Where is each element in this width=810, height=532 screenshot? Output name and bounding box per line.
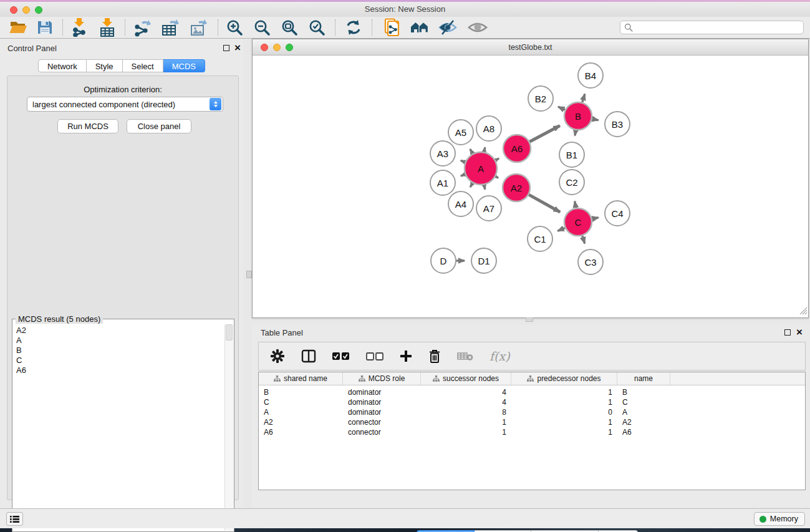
graph-node-B4[interactable]: B4	[578, 63, 603, 88]
export-image-icon[interactable]	[190, 18, 208, 37]
zoom-window-button[interactable]	[35, 6, 42, 14]
float-panel-icon[interactable]	[223, 45, 229, 51]
graph-node-A8[interactable]: A8	[476, 116, 501, 141]
add-column-icon[interactable]	[400, 350, 412, 362]
graph-edge-A-A1[interactable]	[461, 175, 465, 177]
network-window-titlebar[interactable]: testGlobe.txt	[253, 39, 808, 56]
save-session-icon[interactable]	[37, 18, 53, 37]
zoom-fit-icon[interactable]	[281, 18, 298, 37]
graph-node-A2[interactable]: A2	[503, 174, 530, 201]
hide-details-icon[interactable]	[438, 18, 457, 37]
table-row[interactable]: A2connector11A2	[259, 417, 805, 427]
zoom-selected-icon[interactable]	[309, 18, 325, 37]
home-icon[interactable]	[410, 18, 429, 37]
graph-node-A3[interactable]: A3	[430, 141, 455, 166]
graph-node-D[interactable]: D	[431, 248, 456, 273]
column-header-MCDS-role[interactable]: MCDS role	[343, 372, 421, 385]
network-canvas[interactable]: AA1A2A3A4A5A6A7A8BB1B2B3B4CC1C2C3C4DD1	[253, 56, 808, 317]
table-row[interactable]: Cdominator41C	[259, 397, 805, 407]
graph-node-B3[interactable]: B3	[605, 112, 630, 137]
column-header-predecessor-nodes[interactable]: predecessor nodes	[511, 372, 617, 385]
column-visibility-icon[interactable]	[301, 349, 316, 363]
table-row[interactable]: Bdominator41B	[259, 387, 805, 397]
tab-select[interactable]: Select	[123, 59, 163, 72]
graph-edge-A2-C[interactable]	[529, 195, 560, 212]
open-session-icon[interactable]	[9, 18, 27, 37]
graph-node-C1[interactable]: C1	[528, 226, 552, 251]
graph-node-D1[interactable]: D1	[471, 248, 496, 273]
zoom-in-icon[interactable]	[226, 18, 243, 37]
tab-network[interactable]: Network	[38, 59, 87, 72]
export-network-icon[interactable]	[133, 18, 152, 37]
refresh-icon[interactable]	[345, 18, 362, 37]
export-table-icon[interactable]	[162, 18, 180, 37]
minimize-window-button[interactable]	[22, 6, 30, 14]
graph-node-C[interactable]: C	[564, 208, 592, 236]
deselect-all-icon[interactable]	[366, 352, 383, 360]
graph-edge-A6-B[interactable]	[529, 125, 560, 142]
graph-edge-B-B3[interactable]	[592, 119, 599, 120]
optimization-criterion-dropdown[interactable]: largest connected component (directed)	[27, 97, 223, 112]
graph-node-A1[interactable]: A1	[430, 170, 455, 195]
memory-button[interactable]: Memory	[754, 512, 805, 526]
network-close-button[interactable]	[261, 44, 268, 51]
new-network-from-selection-icon[interactable]	[383, 18, 401, 37]
close-panel-icon[interactable]: ×	[234, 45, 241, 51]
horizontal-splitter-handle[interactable]	[526, 317, 533, 322]
graph-node-C4[interactable]: C4	[605, 201, 630, 226]
graph-edge-B-B1[interactable]	[575, 130, 576, 136]
column-header-name[interactable]: name	[617, 372, 670, 385]
table-float-panel-icon[interactable]	[784, 329, 791, 336]
network-zoom-button[interactable]	[286, 44, 293, 51]
mcds-result-item[interactable]: A6	[16, 365, 221, 375]
column-header-successor-nodes[interactable]: successor nodes	[421, 372, 511, 385]
column-header-shared-name[interactable]: shared name	[259, 372, 343, 385]
graph-edge-A-A4[interactable]	[470, 183, 473, 187]
mcds-result-item[interactable]: B	[16, 346, 221, 355]
graph-edge-B-B2[interactable]	[558, 107, 565, 110]
mcds-result-item[interactable]: A	[16, 336, 221, 346]
mcds-result-item[interactable]: A2	[16, 326, 221, 336]
graph-edge-A-A6[interactable]	[496, 158, 499, 160]
close-panel-button[interactable]: Close panel	[127, 119, 191, 133]
table-close-panel-icon[interactable]: ×	[796, 329, 803, 336]
graph-node-A4[interactable]: A4	[448, 191, 473, 216]
import-table-icon[interactable]	[99, 18, 115, 37]
result-list-scrollbar[interactable]	[224, 324, 233, 531]
tab-style[interactable]: Style	[87, 59, 123, 72]
graph-edge-C-C2[interactable]	[575, 201, 576, 208]
graph-edge-C-C3[interactable]	[582, 236, 585, 243]
resize-grip-icon[interactable]	[799, 307, 808, 317]
table-row[interactable]: Adominator80A	[259, 407, 805, 417]
graph-node-B1[interactable]: B1	[559, 142, 584, 167]
run-mcds-button[interactable]: Run MCDS	[57, 119, 118, 133]
graph-node-A[interactable]: A	[465, 152, 497, 185]
graph-node-B[interactable]: B	[564, 102, 592, 130]
function-builder-icon[interactable]: f(x)	[489, 349, 510, 363]
show-details-icon[interactable]	[468, 18, 488, 37]
graph-edge-A-A2[interactable]	[496, 177, 498, 178]
delete-column-icon[interactable]	[428, 349, 441, 364]
zoom-out-icon[interactable]	[254, 18, 271, 37]
table-row[interactable]: A6connector11A6	[259, 427, 805, 437]
vertical-splitter-handle[interactable]	[246, 271, 252, 278]
close-window-button[interactable]	[10, 6, 17, 14]
graph-edge-A-A8[interactable]	[484, 147, 485, 152]
graph-node-B2[interactable]: B2	[528, 86, 553, 111]
select-all-icon[interactable]	[332, 352, 350, 360]
settings-gear-icon[interactable]	[270, 349, 285, 364]
delete-table-icon[interactable]	[457, 351, 473, 361]
graph-node-A7[interactable]: A7	[476, 196, 501, 221]
graph-node-A5[interactable]: A5	[448, 120, 473, 145]
tab-mcds[interactable]: MCDS	[163, 59, 205, 72]
graph-node-C3[interactable]: C3	[578, 249, 603, 274]
graph-edge-C-C1[interactable]	[557, 228, 565, 231]
graph-node-A6[interactable]: A6	[503, 135, 531, 162]
graph-edge-C-C4[interactable]	[592, 218, 598, 219]
import-network-icon[interactable]	[72, 18, 89, 37]
graph-node-C2[interactable]: C2	[559, 170, 584, 195]
graph-edge-A-A3[interactable]	[461, 160, 465, 162]
search-field[interactable]	[620, 21, 804, 34]
search-input[interactable]	[635, 23, 803, 32]
graph-edge-B-B4[interactable]	[582, 94, 585, 102]
